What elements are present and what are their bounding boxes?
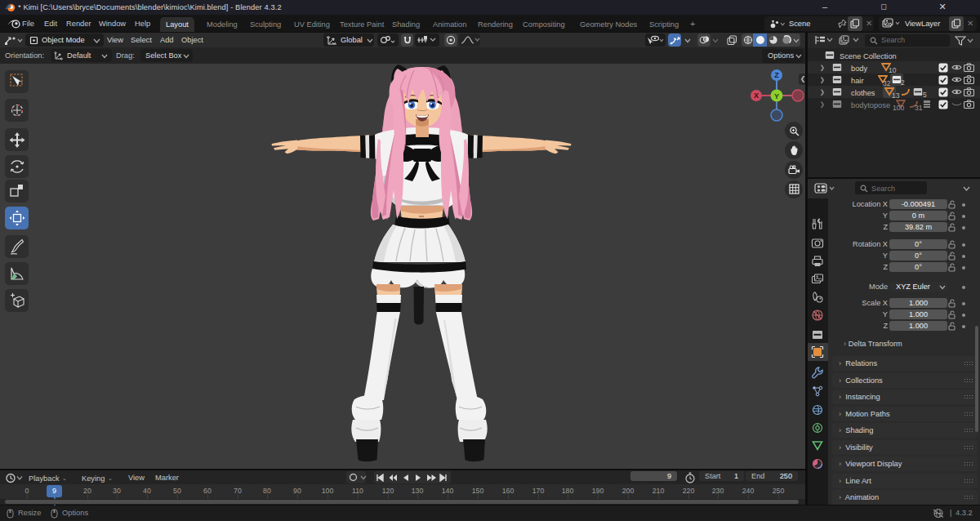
svg-text:Y: Y — [774, 92, 779, 100]
svg-text:X: X — [754, 91, 759, 100]
svg-text:Z: Z — [774, 71, 779, 79]
